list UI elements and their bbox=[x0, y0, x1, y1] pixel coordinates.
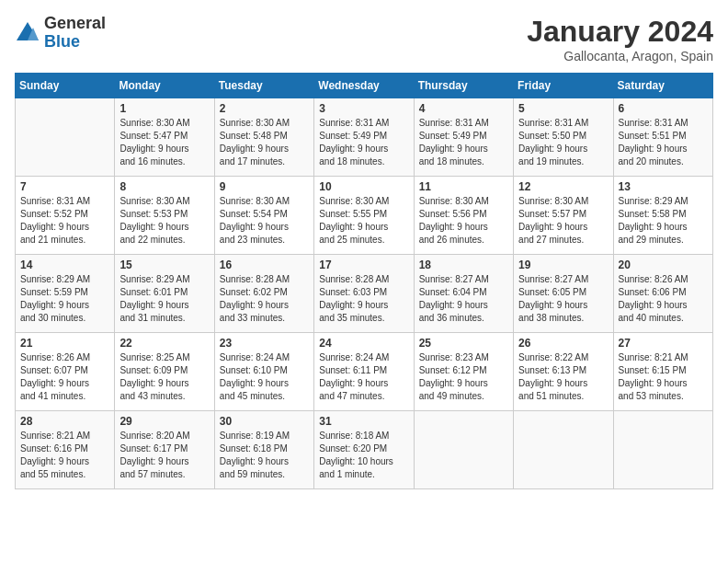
day-info: Sunrise: 8:28 AM Sunset: 6:03 PM Dayligh… bbox=[319, 273, 408, 325]
day-number: 3 bbox=[319, 102, 408, 115]
calendar-cell: 21Sunrise: 8:26 AM Sunset: 6:07 PM Dayli… bbox=[16, 333, 115, 411]
day-info: Sunrise: 8:31 AM Sunset: 5:51 PM Dayligh… bbox=[619, 117, 708, 168]
day-info: Sunrise: 8:28 AM Sunset: 6:02 PM Dayligh… bbox=[220, 273, 309, 325]
day-info: Sunrise: 8:30 AM Sunset: 5:56 PM Dayligh… bbox=[419, 195, 508, 247]
day-info: Sunrise: 8:23 AM Sunset: 6:12 PM Dayligh… bbox=[419, 351, 508, 403]
calendar-cell: 25Sunrise: 8:23 AM Sunset: 6:12 PM Dayli… bbox=[414, 333, 513, 411]
logo-icon bbox=[15, 20, 40, 46]
day-info: Sunrise: 8:30 AM Sunset: 5:55 PM Dayligh… bbox=[319, 195, 408, 247]
day-number: 12 bbox=[518, 180, 608, 193]
calendar-cell bbox=[514, 411, 613, 489]
week-row: 1Sunrise: 8:30 AM Sunset: 5:47 PM Daylig… bbox=[16, 98, 713, 177]
calendar-cell: 20Sunrise: 8:26 AM Sunset: 6:06 PM Dayli… bbox=[613, 255, 712, 333]
calendar-cell: 8Sunrise: 8:30 AM Sunset: 5:53 PM Daylig… bbox=[115, 177, 214, 255]
day-header: Sunday bbox=[16, 74, 115, 98]
day-number: 17 bbox=[319, 259, 408, 271]
day-info: Sunrise: 8:30 AM Sunset: 5:54 PM Dayligh… bbox=[220, 195, 309, 247]
day-info: Sunrise: 8:29 AM Sunset: 5:58 PM Dayligh… bbox=[619, 195, 708, 247]
calendar-cell: 24Sunrise: 8:24 AM Sunset: 6:11 PM Dayli… bbox=[314, 333, 414, 411]
day-number: 31 bbox=[319, 415, 408, 428]
day-number: 15 bbox=[119, 259, 209, 271]
calendar-cell: 15Sunrise: 8:29 AM Sunset: 6:01 PM Dayli… bbox=[115, 255, 214, 333]
day-info: Sunrise: 8:30 AM Sunset: 5:47 PM Dayligh… bbox=[119, 117, 209, 168]
logo: General Blue bbox=[15, 15, 106, 52]
calendar-cell: 1Sunrise: 8:30 AM Sunset: 5:47 PM Daylig… bbox=[115, 98, 214, 177]
calendar-cell: 10Sunrise: 8:30 AM Sunset: 5:55 PM Dayli… bbox=[314, 177, 414, 255]
week-row: 21Sunrise: 8:26 AM Sunset: 6:07 PM Dayli… bbox=[16, 333, 713, 411]
day-number: 6 bbox=[619, 102, 708, 115]
day-info: Sunrise: 8:26 AM Sunset: 6:06 PM Dayligh… bbox=[619, 273, 708, 325]
day-info: Sunrise: 8:25 AM Sunset: 6:09 PM Dayligh… bbox=[119, 351, 209, 403]
header-row: SundayMondayTuesdayWednesdayThursdayFrid… bbox=[16, 74, 713, 98]
day-number: 21 bbox=[20, 337, 109, 350]
calendar-cell: 16Sunrise: 8:28 AM Sunset: 6:02 PM Dayli… bbox=[214, 255, 313, 333]
day-number: 13 bbox=[619, 180, 708, 193]
calendar-cell: 2Sunrise: 8:30 AM Sunset: 5:48 PM Daylig… bbox=[214, 98, 313, 177]
calendar-cell: 31Sunrise: 8:18 AM Sunset: 6:20 PM Dayli… bbox=[314, 411, 414, 489]
calendar-cell: 19Sunrise: 8:27 AM Sunset: 6:05 PM Dayli… bbox=[514, 255, 613, 333]
day-number: 29 bbox=[119, 415, 209, 428]
day-header: Monday bbox=[115, 74, 214, 98]
calendar-table: SundayMondayTuesdayWednesdayThursdayFrid… bbox=[15, 73, 713, 489]
calendar-cell: 14Sunrise: 8:29 AM Sunset: 5:59 PM Dayli… bbox=[16, 255, 115, 333]
day-header: Tuesday bbox=[214, 74, 313, 98]
day-info: Sunrise: 8:21 AM Sunset: 6:16 PM Dayligh… bbox=[20, 430, 109, 481]
day-info: Sunrise: 8:31 AM Sunset: 5:49 PM Dayligh… bbox=[319, 117, 408, 168]
calendar-cell: 22Sunrise: 8:25 AM Sunset: 6:09 PM Dayli… bbox=[115, 333, 214, 411]
day-info: Sunrise: 8:18 AM Sunset: 6:20 PM Dayligh… bbox=[319, 430, 408, 481]
day-info: Sunrise: 8:31 AM Sunset: 5:50 PM Dayligh… bbox=[518, 117, 608, 168]
calendar-cell: 13Sunrise: 8:29 AM Sunset: 5:58 PM Dayli… bbox=[613, 177, 712, 255]
month-title: January 2024 bbox=[527, 15, 713, 49]
day-number: 24 bbox=[319, 337, 408, 350]
week-row: 28Sunrise: 8:21 AM Sunset: 6:16 PM Dayli… bbox=[16, 411, 713, 489]
day-number: 20 bbox=[619, 259, 708, 271]
day-header: Thursday bbox=[414, 74, 513, 98]
day-info: Sunrise: 8:26 AM Sunset: 6:07 PM Dayligh… bbox=[20, 351, 109, 403]
day-number: 7 bbox=[20, 180, 109, 193]
calendar-cell: 11Sunrise: 8:30 AM Sunset: 5:56 PM Dayli… bbox=[414, 177, 513, 255]
calendar-cell: 23Sunrise: 8:24 AM Sunset: 6:10 PM Dayli… bbox=[214, 333, 313, 411]
day-number: 4 bbox=[419, 102, 508, 115]
calendar-cell: 9Sunrise: 8:30 AM Sunset: 5:54 PM Daylig… bbox=[214, 177, 313, 255]
calendar-cell: 7Sunrise: 8:31 AM Sunset: 5:52 PM Daylig… bbox=[16, 177, 115, 255]
day-number: 23 bbox=[220, 337, 309, 350]
calendar-cell bbox=[414, 411, 513, 489]
day-header: Wednesday bbox=[314, 74, 414, 98]
calendar-cell: 3Sunrise: 8:31 AM Sunset: 5:49 PM Daylig… bbox=[314, 98, 414, 177]
calendar-cell: 5Sunrise: 8:31 AM Sunset: 5:50 PM Daylig… bbox=[514, 98, 613, 177]
calendar-cell: 4Sunrise: 8:31 AM Sunset: 5:49 PM Daylig… bbox=[414, 98, 513, 177]
week-row: 14Sunrise: 8:29 AM Sunset: 5:59 PM Dayli… bbox=[16, 255, 713, 333]
logo-general: General bbox=[44, 15, 106, 33]
calendar-cell: 6Sunrise: 8:31 AM Sunset: 5:51 PM Daylig… bbox=[613, 98, 712, 177]
calendar-cell bbox=[613, 411, 712, 489]
day-number: 1 bbox=[119, 102, 209, 115]
day-info: Sunrise: 8:31 AM Sunset: 5:52 PM Dayligh… bbox=[20, 195, 109, 247]
day-info: Sunrise: 8:24 AM Sunset: 6:11 PM Dayligh… bbox=[319, 351, 408, 403]
calendar-cell: 17Sunrise: 8:28 AM Sunset: 6:03 PM Dayli… bbox=[314, 255, 414, 333]
day-number: 11 bbox=[419, 180, 508, 193]
day-number: 10 bbox=[319, 180, 408, 193]
day-number: 25 bbox=[419, 337, 508, 350]
day-info: Sunrise: 8:31 AM Sunset: 5:49 PM Dayligh… bbox=[419, 117, 508, 168]
day-number: 18 bbox=[419, 259, 508, 271]
day-info: Sunrise: 8:29 AM Sunset: 6:01 PM Dayligh… bbox=[119, 273, 209, 325]
day-header: Friday bbox=[514, 74, 613, 98]
day-number: 30 bbox=[220, 415, 309, 428]
calendar-cell: 29Sunrise: 8:20 AM Sunset: 6:17 PM Dayli… bbox=[115, 411, 214, 489]
day-info: Sunrise: 8:20 AM Sunset: 6:17 PM Dayligh… bbox=[119, 430, 209, 481]
day-header: Saturday bbox=[613, 74, 712, 98]
day-number: 16 bbox=[220, 259, 309, 271]
day-number: 27 bbox=[619, 337, 708, 350]
page-header: General Blue January 2024 Gallocanta, Ar… bbox=[15, 15, 713, 63]
calendar-cell: 26Sunrise: 8:22 AM Sunset: 6:13 PM Dayli… bbox=[514, 333, 613, 411]
calendar-cell: 30Sunrise: 8:19 AM Sunset: 6:18 PM Dayli… bbox=[214, 411, 313, 489]
day-info: Sunrise: 8:30 AM Sunset: 5:48 PM Dayligh… bbox=[220, 117, 309, 168]
day-info: Sunrise: 8:27 AM Sunset: 6:05 PM Dayligh… bbox=[518, 273, 608, 325]
title-block: January 2024 Gallocanta, Aragon, Spain bbox=[527, 15, 713, 63]
day-info: Sunrise: 8:29 AM Sunset: 5:59 PM Dayligh… bbox=[20, 273, 109, 325]
day-info: Sunrise: 8:30 AM Sunset: 5:53 PM Dayligh… bbox=[119, 195, 209, 247]
day-number: 5 bbox=[518, 102, 608, 115]
day-number: 14 bbox=[20, 259, 109, 271]
calendar-cell: 28Sunrise: 8:21 AM Sunset: 6:16 PM Dayli… bbox=[16, 411, 115, 489]
day-info: Sunrise: 8:21 AM Sunset: 6:15 PM Dayligh… bbox=[619, 351, 708, 403]
